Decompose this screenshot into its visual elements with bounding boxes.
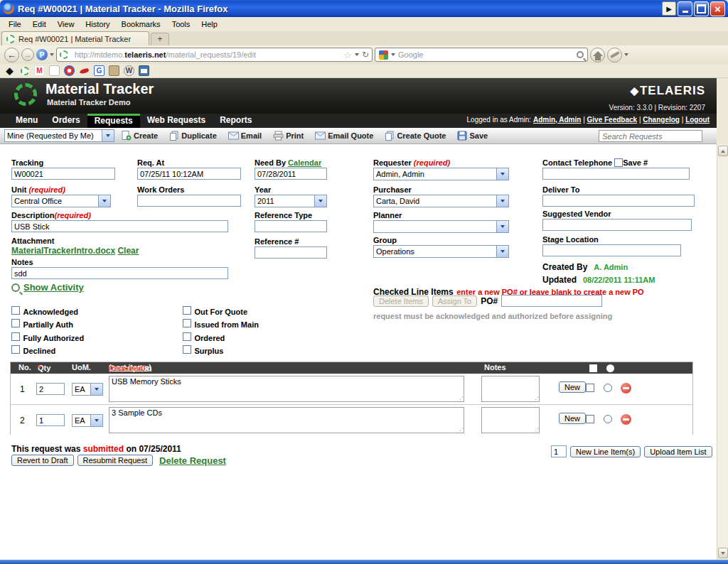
- menu-help[interactable]: Help: [196, 18, 223, 30]
- row1-uom-select[interactable]: EA: [72, 383, 103, 396]
- row2-description-textarea[interactable]: 3 Sample CDs: [109, 407, 464, 433]
- create-button[interactable]: Create: [117, 131, 162, 141]
- url-dropdown-icon[interactable]: [355, 53, 359, 56]
- fully-authorized-checkbox[interactable]: [11, 332, 20, 341]
- delete-items-button[interactable]: Delete Items: [373, 295, 429, 307]
- toolbar-overflow-icon[interactable]: ▶: [662, 1, 676, 16]
- search-go-icon[interactable]: [577, 51, 584, 58]
- email-quote-button[interactable]: Email Quote: [311, 131, 378, 140]
- deliver-to-input[interactable]: [542, 195, 695, 207]
- issued-from-main-checkbox[interactable]: [183, 319, 191, 327]
- attachment-file-link[interactable]: MaterialTrackerIntro.docx: [11, 246, 115, 256]
- line-count-input[interactable]: [551, 445, 567, 457]
- bookmark-tracker-icon[interactable]: [19, 65, 30, 76]
- url-bar[interactable]: http://mtdemo.telaeris.net/material_requ…: [56, 48, 373, 62]
- assign-to-button[interactable]: Assign To: [432, 295, 478, 307]
- description-input[interactable]: [11, 220, 228, 232]
- addon-dropdown-icon[interactable]: [624, 53, 628, 56]
- addon-button[interactable]: [607, 48, 622, 63]
- need-by-input[interactable]: [255, 168, 327, 180]
- resubmit-request-button[interactable]: Resubmit Request: [77, 455, 154, 466]
- nav-item-reports[interactable]: Reports: [213, 114, 259, 128]
- revert-to-draft-button[interactable]: Revert to Draft: [11, 455, 74, 466]
- print-button[interactable]: Print: [269, 131, 308, 141]
- row2-delete-icon[interactable]: [621, 414, 631, 425]
- browser-tab[interactable]: Req #W00021 | Material Tracker: [1, 31, 149, 45]
- row1-description-textarea[interactable]: USB Memory Sticks: [109, 376, 464, 402]
- upload-item-list-button[interactable]: Upload Item List: [644, 446, 712, 457]
- select-all-radio-icon[interactable]: [606, 364, 614, 372]
- suggested-vendor-input[interactable]: [542, 219, 692, 231]
- request-filter-select[interactable]: Mine (Requested By Me): [4, 129, 114, 142]
- create-quote-button[interactable]: Create Quote: [380, 131, 450, 141]
- row1-delete-icon[interactable]: [621, 383, 631, 394]
- reference-type-input[interactable]: [255, 220, 327, 232]
- plugin-icon[interactable]: P: [36, 49, 48, 60]
- delete-request-link[interactable]: Delete Request: [159, 455, 226, 466]
- select-all-checkbox-icon[interactable]: [589, 364, 597, 372]
- tracking-input[interactable]: [11, 168, 115, 180]
- req-at-input[interactable]: [137, 168, 241, 180]
- duplicate-button[interactable]: Duplicate: [165, 131, 221, 141]
- nav-item-requests[interactable]: Requests: [87, 114, 140, 128]
- requester-select[interactable]: Admin, Admin: [373, 168, 509, 180]
- unit-select[interactable]: Central Office: [11, 195, 111, 207]
- partially-auth-checkbox[interactable]: [11, 319, 20, 327]
- bookmark-mail-icon[interactable]: [139, 65, 149, 76]
- bookmark-star-icon[interactable]: ☆: [343, 50, 352, 60]
- ordered-checkbox[interactable]: [183, 332, 191, 341]
- menu-history[interactable]: History: [80, 18, 115, 30]
- save-button[interactable]: Save: [453, 131, 492, 141]
- forward-icon[interactable]: →: [21, 48, 34, 61]
- nav-item-menu[interactable]: Menu: [9, 114, 45, 128]
- search-requests-input[interactable]: [599, 130, 702, 142]
- new-tab-button[interactable]: +: [151, 33, 169, 45]
- menu-tools[interactable]: Tools: [166, 18, 196, 30]
- row2-checkbox[interactable]: [586, 415, 594, 423]
- contact-telephone-input[interactable]: [542, 168, 690, 180]
- nav-item-orders[interactable]: Orders: [45, 114, 87, 128]
- give-feedback-link[interactable]: Give Feedback: [587, 116, 638, 124]
- row2-radio[interactable]: [604, 415, 612, 423]
- new-line-items-button[interactable]: New Line Item(s): [570, 446, 641, 457]
- bookmark-target-icon[interactable]: [64, 65, 75, 76]
- row1-radio[interactable]: [604, 384, 612, 392]
- row2-uom-select[interactable]: EA: [72, 414, 103, 427]
- page-scrollbar[interactable]: [717, 144, 728, 560]
- minimize-button[interactable]: [678, 1, 692, 16]
- bookmark-gmail-icon[interactable]: M: [34, 65, 45, 76]
- search-engine-dropdown-icon[interactable]: [391, 53, 395, 56]
- nav-dropdown-icon[interactable]: [50, 53, 54, 56]
- back-icon[interactable]: ←: [4, 48, 19, 63]
- nav-item-web-requests[interactable]: Web Requests: [140, 114, 213, 128]
- bookmark-document-icon[interactable]: [49, 65, 60, 76]
- declined-checkbox[interactable]: [11, 345, 20, 354]
- work-orders-input[interactable]: [137, 195, 241, 207]
- window-titlebar[interactable]: Req #W00021 | Material Tracker - Mozilla…: [0, 0, 728, 17]
- user-link[interactable]: Admin, Admin: [533, 116, 581, 124]
- site-identity-icon[interactable]: [60, 50, 68, 59]
- bookmark-google-icon[interactable]: G: [94, 65, 105, 76]
- calendar-link[interactable]: Calendar: [288, 158, 321, 167]
- home-button[interactable]: [590, 48, 605, 63]
- purchaser-select[interactable]: Carta, David: [373, 195, 509, 207]
- bookmark-swoosh-icon[interactable]: [79, 65, 90, 76]
- menu-view[interactable]: View: [52, 18, 80, 30]
- year-select[interactable]: 2011: [255, 195, 327, 207]
- row2-qty-input[interactable]: [36, 414, 65, 426]
- scroll-up-icon[interactable]: [718, 146, 728, 156]
- bookmark-person-icon[interactable]: [109, 65, 119, 76]
- row2-new-button[interactable]: New: [559, 413, 586, 424]
- save-number-checkbox[interactable]: [614, 158, 623, 167]
- menu-file[interactable]: File: [3, 18, 27, 30]
- show-activity-link[interactable]: Show Activity: [23, 282, 84, 293]
- row1-notes-textarea[interactable]: [481, 376, 540, 402]
- restore-button[interactable]: [694, 1, 709, 16]
- bookmark-diamond-icon[interactable]: ◆: [4, 65, 15, 76]
- bookmark-wordpress-icon[interactable]: W: [124, 65, 134, 76]
- url-text[interactable]: http://mtdemo.telaeris.net/material_requ…: [75, 50, 341, 59]
- search-bar[interactable]: Google: [375, 48, 588, 62]
- reference-num-input[interactable]: [255, 246, 327, 259]
- scroll-down-icon[interactable]: [718, 548, 728, 558]
- email-button[interactable]: Email: [224, 131, 266, 140]
